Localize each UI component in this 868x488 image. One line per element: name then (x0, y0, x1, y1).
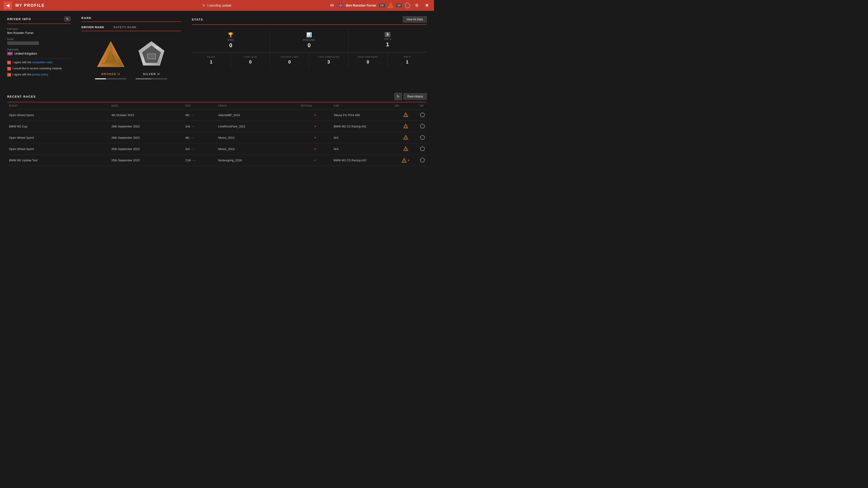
wins-label: WINS (227, 39, 234, 41)
driver-rank-progress-fill (95, 78, 106, 79)
race-sr (418, 121, 427, 132)
bronze-dr-icon (403, 112, 408, 117)
podium-icon: 📊 (306, 32, 312, 37)
driver-info-header: DRIVER INFO ✎ (7, 16, 70, 24)
driver-info-panel: DRIVER INFO ✎ Full name Ben Rossiter-Tur… (7, 16, 70, 84)
race-history-button[interactable]: Race History (403, 93, 427, 100)
full-name-value: Ben Rossiter-Turner (7, 31, 70, 35)
silver-sr-icon (420, 158, 425, 162)
pos-dash: — (191, 136, 194, 139)
race-sr (418, 132, 427, 143)
race-sr (418, 155, 427, 166)
full-name-label: Full name (7, 28, 70, 30)
race-car: Tatuus F4-T014 #80 (332, 109, 393, 121)
race-track: Mores_2013 (216, 143, 299, 155)
safety-rank-name: SILVER II (143, 72, 160, 76)
trophy-icon: 🏆 (228, 32, 234, 37)
race-date: 25th September 2023 (110, 155, 184, 166)
rank-tabs: DRIVER RANK SAFETY RANK (81, 26, 181, 31)
laps-completed-value: 3 (328, 59, 330, 65)
col-header-track: TRACK (216, 102, 299, 109)
podiums-stat: 📊 PODIUMS 0 (270, 29, 348, 52)
dnfs-value: 1 (406, 59, 408, 65)
race-pos: 3rd — (184, 143, 216, 155)
stats-grid-top: 🏆 WINS 0 📊 PODIUMS 0 5 TOP 5 1 (192, 29, 427, 53)
back-button[interactable]: ◀ (4, 1, 12, 9)
driver-rank-badge: BRONZE II (95, 40, 127, 79)
pole-positions-value: 0 (367, 59, 369, 65)
race-dr (393, 143, 418, 155)
privacy-policy-link[interactable]: privacy policy (32, 73, 48, 76)
col-header-date: DATE (110, 102, 184, 109)
table-row[interactable]: Open Wheel Sprint 4th October 2023 4th —… (7, 109, 427, 121)
race-event: Open Wheel Sprint (7, 109, 110, 121)
laps-completed-stat: LAPS COMPLETED 3 (309, 53, 348, 68)
svg-marker-28 (420, 158, 425, 162)
stats-header: STATS View All Stats (192, 16, 427, 25)
driver-info-title: DRIVER INFO (7, 18, 31, 21)
table-row[interactable]: BMW M2 Cup 26th September 2023 2nd — Lim… (7, 121, 427, 132)
race-date: 26th September 2023 (110, 132, 184, 143)
svg-marker-25 (420, 147, 425, 151)
svg-marker-23 (403, 147, 408, 151)
bronze-dr-icon (403, 124, 408, 129)
checkbox-competition-rules: ✓ I agree with the competition rules (7, 61, 70, 64)
podiums-label: PODIUMS (303, 39, 315, 41)
race-pos: 11th — (184, 155, 216, 166)
safety-rank-progress-fill (135, 78, 151, 79)
checkbox1-text: I agree with the competition rules (13, 61, 53, 64)
col-header-car: CAR (332, 102, 393, 109)
settings-button[interactable]: ⚙ (413, 2, 421, 9)
races-value: 1 (210, 59, 213, 65)
stats-grid-bottom: RACES 1 LAPS LEAD 0 FASTEST LAPS 0 LAPS … (192, 53, 427, 68)
safety-rank-progress-bar (135, 78, 167, 79)
pending-update-text: 1 pending update (207, 4, 231, 7)
flag-icon (338, 4, 343, 7)
close-button[interactable]: ✕ (423, 2, 430, 9)
race-official: ✕ (299, 132, 332, 143)
race-event: BMW M2 Update Test (7, 155, 110, 166)
rank-badges: BRONZE II (81, 36, 181, 84)
svg-marker-14 (403, 112, 408, 117)
nationality-row: United Kingdom (7, 52, 70, 55)
checkbox3-text: I agree with the privacy policy (13, 73, 48, 76)
table-row[interactable]: BMW M2 Update Test 25th September 2023 1… (7, 155, 427, 166)
svg-marker-19 (420, 124, 425, 128)
table-row[interactable]: Open Wheel Sprint 25th September 2023 3r… (7, 143, 427, 155)
email-value (7, 41, 39, 45)
race-dr (393, 132, 418, 143)
refresh-races-button[interactable]: ↻ (395, 93, 402, 100)
nationality-value: United Kingdom (14, 52, 37, 55)
laps-lead-value: 0 (249, 59, 252, 65)
races-label: RACES (207, 56, 215, 58)
svg-marker-20 (403, 135, 408, 139)
edit-button[interactable]: ✎ (64, 16, 70, 22)
stats-title: STATS (192, 18, 203, 21)
driver-rank-tab[interactable]: DRIVER RANK (81, 26, 104, 29)
checkbox-icon-2: ✓ (7, 67, 11, 70)
refresh-icon: ↻ (203, 4, 205, 7)
race-official: ✕ (299, 109, 332, 121)
email-label: Email (7, 38, 70, 40)
competition-rules-link[interactable]: competition rules (32, 61, 53, 64)
svg-marker-26 (402, 158, 406, 162)
race-track: Nurburgring_2018 (216, 155, 299, 166)
nationality-flag (7, 52, 13, 55)
bronze-triangle-large (96, 40, 125, 70)
silver-sr-icon (420, 124, 425, 129)
fastest-laps-label: FASTEST LAPS (281, 56, 298, 58)
races-stat: RACES 1 (192, 53, 231, 68)
race-car: BMW M2 CS Racing #10 (332, 155, 393, 166)
bronze-dr-icon (403, 135, 408, 140)
stats-panel: STATS View All Stats 🏆 WINS 0 📊 PODIUMS … (192, 16, 427, 84)
checkbox-icon-1: ✓ (7, 61, 11, 64)
table-row[interactable]: Open Wheel Sprint 26th September 2023 4t… (7, 132, 427, 143)
view-all-stats-button[interactable]: View All Stats (403, 16, 427, 23)
wins-value: 0 (229, 42, 232, 48)
pole-positions-label: POLE POSITIONS (358, 56, 378, 58)
col-header-official: OFFICIAL (299, 102, 332, 109)
header-right: G5 Ben Rossiter-Turner DR SR ⚙ ✕ (329, 2, 430, 9)
safety-rank-tab[interactable]: SAFETY RANK (113, 26, 136, 29)
laps-lead-stat: LAPS LEAD 0 (231, 53, 270, 68)
race-date: 4th October 2023 (110, 109, 184, 121)
